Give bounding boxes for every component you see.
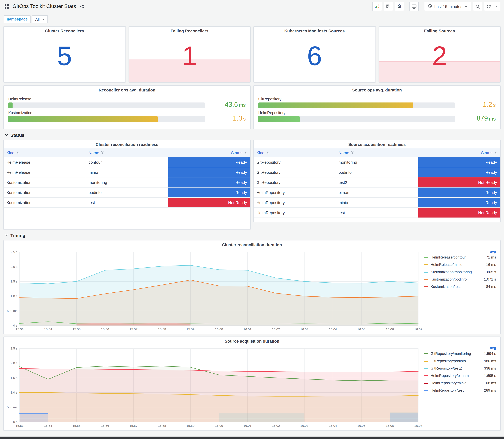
gauge-row-helmrelease: HelmRelease43.6ms (8, 97, 246, 108)
chart-canvas[interactable]: 15:5315:5415:5515:5615:5715:5815:5916:00… (5, 345, 423, 429)
svg-text:2.5 s: 2.5 s (10, 347, 17, 350)
svg-text:15:54: 15:54 (44, 328, 52, 331)
status-badge: Ready (418, 167, 500, 177)
section-timing-toggle[interactable]: Timing (5, 233, 504, 238)
section-status-toggle[interactable]: Status (5, 133, 504, 138)
cell-kind: GitRepository (254, 157, 336, 167)
gauge-rows: HelmRelease43.6msKustomization1.3s (4, 94, 250, 122)
bottom-dark-bar (0, 437, 504, 439)
cell-kind: HelmRepository (254, 207, 336, 218)
series-color-dash (424, 361, 428, 361)
stat-panel-failing-reconcilers: Failing Reconcilers1 (128, 26, 251, 83)
legend-avg-header[interactable]: avg (424, 250, 496, 253)
refresh-button[interactable] (484, 2, 493, 11)
chart-plot-area[interactable]: 15:5315:5415:5515:5615:5715:5815:5916:00… (5, 249, 423, 333)
filter-funnel-icon[interactable] (16, 150, 20, 155)
legend-item-helmrepository-bitnami[interactable]: HelmRepository/bitnami1.695 s (424, 372, 496, 379)
series-name: GitRepository/podinfo (430, 359, 466, 363)
panel-title[interactable]: Source acquisition readiness (254, 140, 500, 148)
svg-text:15:57: 15:57 (129, 424, 137, 427)
legend-item-kustomization-test[interactable]: Kustomization/test84 ms (424, 283, 496, 290)
series-avg-value: 338 ms (481, 366, 496, 370)
cell-name: podinfo (86, 187, 168, 197)
filter-funnel-icon[interactable] (266, 150, 270, 155)
svg-text:16:07: 16:07 (414, 424, 422, 427)
gauge-panel-source-ops-avg-duration: Source ops avg. durationGitRepository1.2… (253, 85, 501, 129)
column-header-kind[interactable]: Kind (4, 148, 86, 157)
legend-item-helmrelease-contour[interactable]: HelmRelease/contour71 ms (424, 254, 496, 261)
chart-plot-area[interactable]: 15:5315:5415:5515:5615:5715:5815:5916:00… (5, 345, 423, 429)
column-header-status[interactable]: Status (418, 148, 500, 157)
column-header-status[interactable]: Status (168, 148, 250, 157)
legend-item-kustomization-monitoring[interactable]: Kustomization/monitoring1.605 s (424, 268, 496, 276)
gauge-label: GitRepository (258, 97, 455, 101)
column-header-kind[interactable]: Kind (254, 148, 336, 157)
panel-title[interactable]: Cluster reconciliation duration (4, 241, 500, 248)
series-name: GitRepository/monitoring (430, 352, 471, 356)
series-avg-value: 16 ms (484, 262, 496, 267)
panel-title[interactable]: Cluster Reconcilers (4, 27, 125, 35)
series-avg-value: 108 ms (481, 381, 496, 385)
save-dashboard-button[interactable] (384, 2, 393, 11)
series-color-dash (424, 368, 428, 369)
column-header-name[interactable]: Name (336, 148, 418, 157)
legend-item-gitrepository-monitoring[interactable]: GitRepository/monitoring1.594 s (424, 350, 496, 357)
column-header-name[interactable]: Name (86, 148, 168, 157)
gauge-track (258, 116, 455, 122)
table-row: KustomizationmonitoringReady (4, 177, 250, 187)
panel-title[interactable]: Source acquisition duration (4, 337, 500, 345)
chart-canvas[interactable]: 15:5315:5415:5515:5615:5715:5815:5916:00… (5, 249, 423, 333)
panel-title[interactable]: Cluster reconciliation readiness (4, 140, 250, 148)
cell-name: minio (86, 167, 168, 177)
chart-panel-source-acquisition-duration: Source acquisition duration15:5315:5415:… (3, 337, 501, 431)
svg-text:16:06: 16:06 (386, 328, 394, 331)
legend-item-kustomization-podinfo[interactable]: Kustomization/podinfo1.071 s (424, 276, 496, 283)
svg-text:16:01: 16:01 (244, 328, 252, 331)
svg-text:15:54: 15:54 (44, 424, 52, 427)
gauge-panels-row: Reconciler ops avg. durationHelmRelease4… (3, 85, 501, 129)
share-icon[interactable] (79, 2, 85, 11)
status-badge: Not Ready (418, 208, 500, 218)
zoom-out-button[interactable] (473, 2, 482, 11)
panel-title[interactable]: Failing Sources (379, 27, 500, 35)
variable-namespace-dropdown[interactable]: All (32, 15, 48, 23)
time-range-picker[interactable]: Last 15 minutes (424, 2, 471, 11)
series-avg-value: 71 ms (484, 255, 496, 259)
panel-title[interactable]: Reconciler ops avg. duration (4, 86, 250, 94)
refresh-interval-caret[interactable] (493, 2, 500, 11)
table-row: KustomizationpodinfoReady (4, 187, 250, 197)
table-row: KustomizationtestNot Ready (4, 197, 250, 207)
add-panel-button[interactable] (372, 2, 382, 11)
filter-funnel-icon[interactable] (101, 150, 104, 155)
legend-item-gitrepository-test2[interactable]: GitRepository/test2338 ms (424, 365, 496, 372)
panel-title[interactable]: Failing Reconcilers (129, 27, 250, 35)
settings-button[interactable]: ⚙ (395, 2, 404, 11)
gauge-track (8, 102, 205, 108)
cell-name: monitoring (86, 177, 168, 187)
svg-text:15:57: 15:57 (129, 328, 137, 331)
cell-name: test2 (336, 177, 418, 187)
svg-text:16:07: 16:07 (414, 328, 422, 331)
dashboard-grid-icon[interactable] (4, 2, 10, 11)
template-variables-row: namespace All (4, 15, 500, 23)
legend-item-helmrepository-minio[interactable]: HelmRepository/minio108 ms (424, 379, 496, 387)
panel-title[interactable]: Kubernetes Manifests Sources (254, 27, 375, 35)
cell-name: monitoring (336, 157, 418, 167)
series-color-dash (424, 383, 428, 383)
grafana-dashboard: GitOps Toolkit Cluster Stats ⚙ Last 15 m… (0, 0, 504, 439)
cell-status: Ready (168, 187, 250, 197)
svg-text:500 ms: 500 ms (7, 309, 17, 313)
time-range-label: Last 15 minutes (434, 4, 462, 9)
legend-avg-header[interactable]: avg (424, 346, 496, 350)
legend-item-helmrelease-minio[interactable]: HelmRelease/minio16 ms (424, 261, 496, 268)
svg-text:16:04: 16:04 (329, 424, 337, 427)
filter-funnel-icon[interactable] (351, 150, 354, 155)
cell-name: test (86, 197, 168, 207)
tv-mode-button[interactable] (409, 2, 419, 11)
filter-funnel-icon[interactable] (494, 150, 498, 155)
legend-item-helmrepository-test[interactable]: HelmRepository/test289 ms (424, 387, 496, 394)
panel-title[interactable]: Source ops avg. duration (254, 86, 500, 94)
series-name: HelmRepository/minio (430, 381, 467, 385)
filter-funnel-icon[interactable] (244, 150, 247, 155)
legend-item-gitrepository-podinfo[interactable]: GitRepository/podinfo980 ms (424, 357, 496, 365)
